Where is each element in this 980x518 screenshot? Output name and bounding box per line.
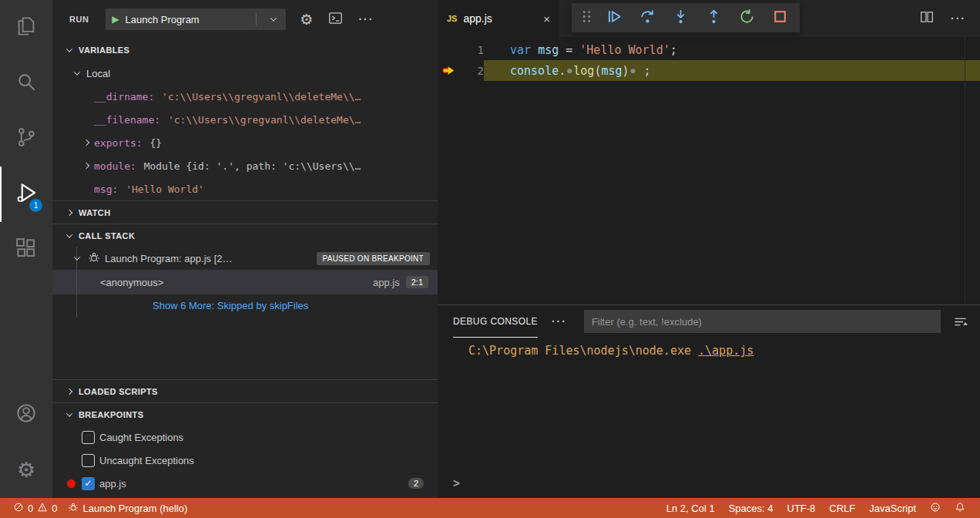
more-actions-icon[interactable]: ··· bbox=[552, 315, 567, 328]
run-toolbar: RUN ▶ Launch Program ⚙ ··· bbox=[52, 0, 438, 39]
extensions-icon bbox=[15, 237, 38, 263]
console-file-link[interactable]: .\app.js bbox=[698, 344, 753, 358]
source-control-icon bbox=[15, 126, 38, 152]
chevron-down-icon[interactable] bbox=[63, 412, 76, 417]
variable-row[interactable]: __dirname: 'c:\\Users\\gregvanl\\deleteM… bbox=[52, 85, 438, 108]
activity-explorer[interactable] bbox=[0, 0, 52, 56]
activity-search[interactable] bbox=[0, 56, 52, 111]
more-actions-icon[interactable]: ··· bbox=[951, 12, 966, 25]
section-loaded-scripts[interactable]: LOADED SCRIPTS bbox=[52, 379, 438, 402]
checkbox-unchecked-icon[interactable] bbox=[82, 431, 95, 444]
breakpoint-count-badge: 2 bbox=[408, 478, 424, 489]
encoding-indicator[interactable]: UTF-8 bbox=[780, 503, 823, 514]
eol-indicator[interactable]: CRLF bbox=[822, 503, 862, 514]
notifications-button[interactable] bbox=[948, 502, 972, 515]
debug-console-icon[interactable] bbox=[328, 11, 343, 28]
activity-account[interactable] bbox=[0, 387, 52, 442]
section-watch[interactable]: WATCH bbox=[52, 200, 438, 224]
gutter[interactable]: 1 bbox=[438, 39, 484, 60]
variable-row[interactable]: msg: 'Hello World' bbox=[52, 177, 438, 200]
scope-label: Local bbox=[86, 68, 110, 79]
current-execution-line[interactable]: console.●log(msg)● ; bbox=[484, 60, 980, 81]
stack-frame-row[interactable]: <anonymous> app.js 2:1 bbox=[52, 270, 438, 294]
debug-session-row[interactable]: Launch Program: app.js [2… PAUSED ON BRE… bbox=[52, 247, 438, 270]
run-debug-sidebar: RUN ▶ Launch Program ⚙ ··· VARIABLES bbox=[52, 0, 438, 498]
section-variables[interactable]: VARIABLES bbox=[52, 39, 438, 62]
tab-debug-console[interactable]: DEBUG CONSOLE bbox=[453, 305, 538, 338]
step-into-button[interactable] bbox=[664, 3, 697, 32]
start-debugging-icon[interactable]: ▶ bbox=[112, 14, 119, 25]
step-out-icon bbox=[706, 8, 722, 28]
language-mode[interactable]: JavaScript bbox=[862, 503, 923, 514]
restart-button[interactable] bbox=[730, 3, 764, 32]
breakpoint-row[interactable]: Caught Exceptions bbox=[52, 426, 438, 449]
split-editor-icon[interactable] bbox=[920, 10, 934, 27]
chevron-right-icon[interactable] bbox=[80, 163, 92, 168]
launch-config-label: Launch Program bbox=[126, 14, 250, 25]
variable-row[interactable]: module: Module {id: '.', path: 'c:\\User… bbox=[52, 154, 438, 177]
continue-button[interactable] bbox=[598, 3, 631, 32]
chevron-down-icon[interactable] bbox=[71, 256, 83, 261]
chevron-right-icon[interactable] bbox=[80, 140, 92, 145]
section-title: VARIABLES bbox=[79, 45, 129, 55]
call-stack-empty-space bbox=[52, 316, 438, 379]
code-line-2: 2 console.●log(msg)● ; bbox=[438, 60, 980, 81]
chevron-down-icon[interactable] bbox=[63, 48, 76, 52]
chevron-right-icon[interactable] bbox=[63, 389, 76, 394]
console-filter-input[interactable] bbox=[584, 310, 941, 333]
section-title: CALL STACK bbox=[79, 231, 135, 240]
chevron-down-icon[interactable] bbox=[63, 234, 76, 238]
panel-header: DEBUG CONSOLE ··· bbox=[438, 305, 980, 338]
checkbox-unchecked-icon[interactable] bbox=[82, 454, 95, 467]
show-more-link[interactable]: Show 6 More: Skipped by skipFiles bbox=[52, 294, 438, 316]
activity-settings[interactable]: ⚙ bbox=[0, 442, 52, 498]
indentation-indicator[interactable]: Spaces: 4 bbox=[722, 503, 780, 514]
chevron-down-icon[interactable] bbox=[267, 17, 280, 22]
editor-tab-bar: JS app.js × bbox=[438, 0, 980, 37]
stop-button[interactable] bbox=[764, 3, 797, 32]
checkbox-checked-icon[interactable]: ✓ bbox=[82, 477, 95, 490]
variable-row[interactable]: exports: {} bbox=[52, 131, 438, 154]
breakpoint-row[interactable]: ✓ app.js 2 bbox=[52, 472, 438, 495]
filter-lines-icon[interactable] bbox=[953, 314, 968, 329]
activity-run-debug[interactable]: 1 bbox=[0, 166, 52, 222]
paused-breakpoint-icon[interactable] bbox=[442, 64, 455, 77]
continue-icon bbox=[606, 8, 623, 28]
launch-config-dropdown[interactable]: ▶ Launch Program bbox=[106, 8, 286, 30]
console-prompt-icon[interactable]: > bbox=[453, 476, 460, 490]
breakpoint-row[interactable]: Uncaught Exceptions bbox=[52, 449, 438, 472]
cursor-position[interactable]: Ln 2, Col 1 bbox=[659, 503, 722, 514]
close-icon[interactable]: × bbox=[543, 12, 550, 25]
status-bar-right: Ln 2, Col 1 Spaces: 4 UTF-8 CRLF JavaScr… bbox=[659, 502, 972, 515]
tab-appjs[interactable]: JS app.js × bbox=[438, 0, 559, 37]
section-title: WATCH bbox=[79, 208, 111, 217]
activity-extensions[interactable] bbox=[0, 222, 52, 278]
gutter[interactable]: 2 bbox=[438, 60, 484, 81]
variable-row[interactable]: __filename: 'c:\\Users\\gregvanl\\delete… bbox=[52, 108, 438, 131]
debug-session-icon bbox=[88, 251, 100, 266]
drag-handle[interactable] bbox=[575, 3, 598, 32]
debug-session-status[interactable]: Launch Program (hello) bbox=[62, 498, 193, 518]
frame-file: app.js bbox=[373, 277, 400, 288]
explorer-icon bbox=[15, 15, 38, 41]
code-editor[interactable]: 1 var msg = 'Hello World'; 2 console.●lo… bbox=[438, 37, 980, 304]
session-label: Launch Program: app.js [2… bbox=[105, 253, 232, 264]
code-text[interactable]: var msg = 'Hello World'; bbox=[484, 39, 980, 60]
section-call-stack[interactable]: CALL STACK bbox=[52, 224, 438, 247]
step-out-button[interactable] bbox=[697, 3, 730, 32]
scope-row-local[interactable]: Local bbox=[52, 62, 438, 85]
problems-indicator[interactable]: 0 0 bbox=[8, 498, 62, 518]
section-breakpoints[interactable]: BREAKPOINTS bbox=[52, 402, 438, 426]
more-actions-icon[interactable]: ··· bbox=[358, 13, 374, 25]
chevron-down-icon[interactable] bbox=[71, 71, 83, 76]
activity-source-control[interactable] bbox=[0, 111, 52, 166]
chevron-right-icon[interactable] bbox=[63, 210, 76, 215]
debug-session-icon bbox=[68, 502, 79, 515]
console-output-line: C:\Program Files\nodejs\node.exe .\app.j… bbox=[438, 338, 980, 358]
feedback-button[interactable] bbox=[923, 502, 948, 515]
console-command-text: C:\Program Files\nodejs\node.exe bbox=[468, 344, 698, 358]
configure-gear-icon[interactable]: ⚙ bbox=[300, 12, 313, 27]
section-title: BREAKPOINTS bbox=[79, 410, 143, 419]
run-toolbar-actions: ⚙ ··· bbox=[300, 11, 374, 28]
step-over-button[interactable] bbox=[631, 3, 664, 32]
